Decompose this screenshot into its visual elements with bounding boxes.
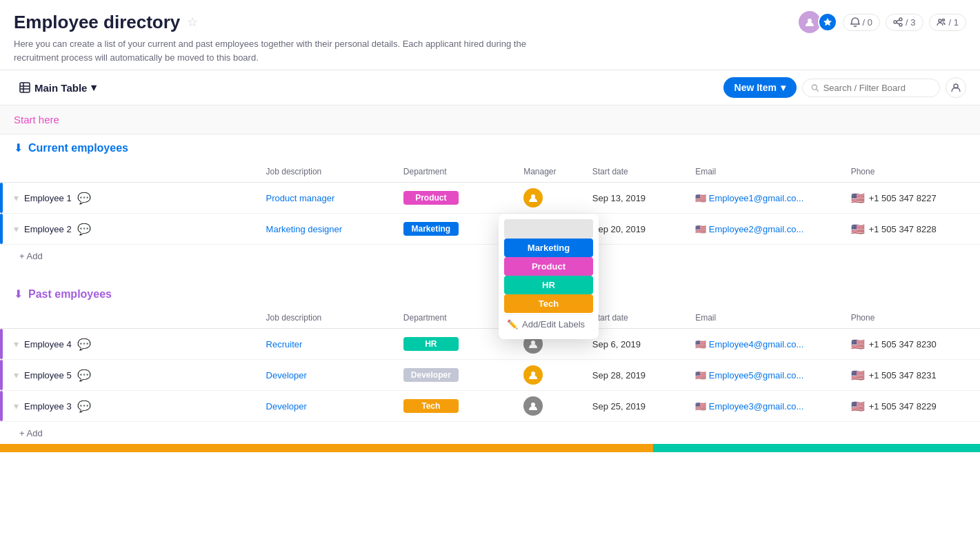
col-header-job: Job description: [258, 161, 395, 183]
job-link[interactable]: Product manager: [266, 193, 335, 203]
comment-icon[interactable]: 💬: [77, 400, 91, 413]
past-col-header-email: Email: [687, 307, 843, 329]
job-link[interactable]: Developer: [266, 370, 307, 380]
dept-option-product[interactable]: Product: [504, 257, 593, 276]
comment-icon[interactable]: 💬: [77, 192, 91, 205]
dept-option-empty[interactable]: [504, 219, 593, 239]
phone-number: +1 505 347 8231: [869, 370, 937, 380]
job-link[interactable]: Marketing designer: [266, 224, 343, 234]
past-employees-header: ⬇ Past employees: [0, 281, 980, 307]
avatar-badge: [818, 12, 837, 32]
past-col-header-dept: Department: [395, 307, 515, 329]
dept-cell[interactable]: Product: [395, 183, 515, 214]
past-employees-table: Job description Department Manager Start…: [0, 307, 980, 444]
bottom-bar-orange: [0, 444, 653, 452]
start-date-cell: Sep 13, 2019: [584, 183, 687, 214]
job-link[interactable]: Developer: [266, 401, 307, 412]
dept-cell[interactable]: Marketing: [395, 214, 515, 245]
user-icon[interactable]: [946, 77, 966, 98]
current-employees-group: ⬇ Current employees Job description Depa…: [0, 134, 980, 267]
dept-option-marketing[interactable]: Marketing: [504, 239, 593, 257]
dept-badge[interactable]: Marketing: [403, 222, 459, 236]
email-link[interactable]: 🇺🇸 Employee5@gmail.co...: [695, 370, 803, 380]
past-employees-thead-row: Job description Department Manager Start…: [0, 307, 980, 329]
svg-point-5: [942, 19, 944, 21]
dept-badge[interactable]: Tech: [403, 399, 459, 413]
dept-cell[interactable]: HR: [395, 329, 515, 360]
main-table-button[interactable]: Main Table ▾: [14, 79, 102, 97]
email-link[interactable]: 🇺🇸 Employee3@gmail.co...: [695, 401, 803, 412]
email-link[interactable]: 🇺🇸 Employee4@gmail.co...: [695, 339, 803, 349]
dept-dropdown[interactable]: Marketing Product HR Tech ✏️ Add/Edit La…: [499, 214, 599, 339]
phone-number: +1 505 347 8228: [869, 224, 937, 234]
share-stat[interactable]: / 3: [886, 14, 923, 31]
job-link[interactable]: Recruiter: [266, 339, 303, 349]
email-cell: 🇺🇸 Employee4@gmail.co...: [687, 329, 843, 360]
current-employees-table: Job description Department Manager Start…: [0, 161, 980, 267]
past-col-header-phone: Phone: [843, 307, 980, 329]
start-date-cell: Sep 6, 2019: [584, 329, 687, 360]
bottom-bar-teal: [653, 444, 980, 452]
start-date-cell: Sep 25, 2019: [584, 391, 687, 422]
search-box[interactable]: [802, 79, 940, 97]
start-here-text: Start here: [14, 114, 59, 125]
past-employees-add-button[interactable]: + Add: [14, 425, 48, 441]
flag-icon: 🇺🇸: [851, 400, 865, 413]
manager-cell: [515, 183, 584, 214]
past-employees-toggle[interactable]: ⬇: [14, 287, 23, 301]
add-edit-labels-button[interactable]: ✏️ Add/Edit Labels: [504, 314, 593, 334]
current-employees-title[interactable]: Current employees: [28, 142, 128, 154]
job-cell: Product manager: [258, 183, 395, 214]
dept-badge[interactable]: HR: [403, 337, 459, 351]
table-row: ▾ Employee 1 💬 Product manager Product: [0, 183, 980, 214]
name-cell: ▾ Employee 2 💬: [0, 214, 258, 245]
start-here-banner: Start here: [0, 105, 980, 134]
email-cell: 🇺🇸 Employee1@gmail.co...: [687, 183, 843, 214]
dept-cell[interactable]: Developer: [395, 360, 515, 391]
header-actions: / 0 / 3 / 1: [799, 11, 966, 33]
expand-icon[interactable]: ▾: [14, 369, 19, 380]
avatar-group: [799, 11, 837, 33]
phone-cell: 🇺🇸 +1 505 347 8229: [843, 391, 980, 422]
current-employees-body: ▾ Employee 1 💬 Product manager Product: [0, 183, 980, 245]
expand-icon[interactable]: ▾: [14, 192, 19, 203]
employee-name: Employee 5: [24, 370, 72, 380]
phone-cell: 🇺🇸 +1 505 347 8230: [843, 329, 980, 360]
name-cell: ▾ Employee 3 💬: [0, 391, 258, 422]
search-input[interactable]: [823, 83, 931, 93]
people-stat[interactable]: / 1: [929, 14, 966, 31]
new-item-button[interactable]: New Item ▾: [723, 77, 797, 98]
main-table-label: Main Table: [34, 82, 87, 94]
notifications-stat[interactable]: / 0: [843, 14, 880, 31]
table-row: ▾ Employee 3 💬 Developer Tech Sep 25,: [0, 391, 980, 422]
manager-avatar: [523, 396, 543, 416]
current-employees-add-button[interactable]: + Add: [14, 248, 48, 264]
email-link[interactable]: 🇺🇸 Employee2@gmail.co...: [695, 224, 803, 234]
past-employees-body: ▾ Employee 4 💬 Recruiter HR Sep 6, 201: [0, 329, 980, 422]
svg-point-10: [812, 85, 817, 90]
expand-icon[interactable]: ▾: [14, 338, 19, 349]
expand-icon[interactable]: ▾: [14, 400, 19, 412]
notifications-count: / 0: [863, 17, 872, 28]
comment-icon[interactable]: 💬: [77, 369, 91, 382]
dept-option-hr[interactable]: HR: [504, 276, 593, 294]
dept-badge[interactable]: Developer: [403, 368, 459, 382]
job-cell: Marketing designer: [258, 214, 395, 245]
chevron-down-icon: ▾: [91, 81, 97, 94]
current-employees-toggle[interactable]: ⬇: [14, 141, 23, 154]
email-link[interactable]: 🇺🇸 Employee1@gmail.co...: [695, 193, 803, 203]
avatar: [799, 11, 821, 33]
svg-point-3: [899, 23, 902, 26]
expand-icon[interactable]: ▾: [14, 223, 19, 234]
email-cell: 🇺🇸 Employee2@gmail.co...: [687, 214, 843, 245]
past-employees-title[interactable]: Past employees: [28, 288, 112, 301]
pencil-icon: ✏️: [507, 319, 518, 329]
dept-cell[interactable]: Tech: [395, 391, 515, 422]
dept-badge[interactable]: Product: [403, 191, 459, 205]
toolbar: Main Table ▾ New Item ▾: [0, 70, 980, 105]
star-icon[interactable]: ☆: [187, 14, 198, 30]
dept-option-tech[interactable]: Tech: [504, 294, 593, 313]
comment-icon[interactable]: 💬: [77, 338, 91, 351]
current-employees-thead-row: Job description Department Manager Start…: [0, 161, 980, 183]
comment-icon[interactable]: 💬: [77, 223, 91, 236]
